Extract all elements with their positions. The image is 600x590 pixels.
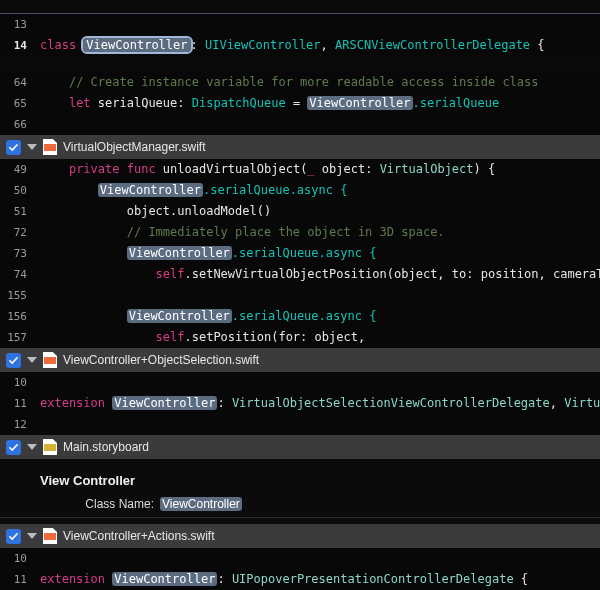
code-empty (34, 372, 600, 393)
storyboard-section-title: View Controller (0, 467, 600, 494)
code-extension: extension ViewController: UIPopoverPrese… (34, 569, 600, 590)
code-row[interactable]: 14 class ViewController: UIViewControlle… (0, 35, 600, 56)
code-call: ViewController.serialQueue.async { (34, 180, 600, 201)
line-number: 13 (0, 14, 34, 35)
checkbox-icon[interactable] (6, 353, 21, 368)
file-name: Main.storyboard (63, 440, 149, 454)
code-row[interactable]: 11 extension ViewController: UIPopoverPr… (0, 569, 600, 590)
line-number: 10 (0, 548, 34, 569)
line-number: 49 (0, 159, 34, 180)
code-row[interactable]: 157 self.setPosition(for: object, (0, 327, 600, 348)
line-number: 73 (0, 243, 34, 264)
code-empty (34, 114, 600, 135)
line-number: 156 (0, 306, 34, 327)
search-match: ViewController (112, 396, 217, 410)
file-name: ViewController+Actions.swift (63, 529, 215, 543)
code-row[interactable]: 10 (0, 372, 600, 393)
code-row[interactable]: 51 object.unloadModel() (0, 201, 600, 222)
code-row[interactable]: 49 private func unloadVirtualObject(_ ob… (0, 159, 600, 180)
code-row[interactable]: 11 extension ViewController: VirtualObje… (0, 393, 600, 414)
code-row[interactable]: 10 (0, 548, 600, 569)
disclosure-triangle-icon[interactable] (27, 533, 37, 539)
code-call: ViewController.serialQueue.async { (34, 243, 600, 264)
search-match: ViewController (307, 96, 412, 110)
search-match: ViewController (98, 183, 203, 197)
storyboard-field-label: Class Name: (40, 497, 160, 511)
line-number: 12 (0, 414, 34, 435)
storyboard-field-row: Class Name: ViewController (0, 494, 600, 518)
disclosure-triangle-icon[interactable] (27, 357, 37, 363)
swift-file-icon (43, 528, 57, 544)
search-match: ViewController (127, 309, 232, 323)
code-row[interactable]: 50 ViewController.serialQueue.async { (0, 180, 600, 201)
line-number: 66 (0, 114, 34, 135)
line-number: 157 (0, 327, 34, 348)
search-match: ViewController (112, 572, 217, 586)
checkbox-icon[interactable] (6, 529, 21, 544)
code-row[interactable]: 155 (0, 285, 600, 306)
search-match: ViewController (127, 246, 232, 260)
search-match: ViewController (160, 497, 242, 511)
code-row[interactable]: 66 (0, 114, 600, 135)
file-header[interactable]: ViewController+Actions.swift (0, 524, 600, 548)
checkbox-icon[interactable] (6, 140, 21, 155)
line-number: 11 (0, 393, 34, 414)
code-let: let serialQueue: DispatchQueue = ViewCon… (34, 93, 600, 114)
swift-file-icon (43, 139, 57, 155)
code-comment: // Immediately place the object in 3D sp… (34, 222, 600, 243)
code-row[interactable]: 12 (0, 414, 600, 435)
code-empty (34, 548, 600, 569)
storyboard-file-icon (43, 439, 57, 455)
file-header[interactable]: Main.storyboard (0, 435, 600, 459)
code-row[interactable]: 73 ViewController.serialQueue.async { (0, 243, 600, 264)
code-row[interactable]: 72 // Immediately place the object in 3D… (0, 222, 600, 243)
gap (0, 459, 600, 467)
code-row[interactable]: 65 let serialQueue: DispatchQueue = View… (0, 93, 600, 114)
file-name: ViewController+ObjectSelection.swift (63, 353, 259, 367)
line-number: 64 (0, 72, 34, 93)
code-extension: extension ViewController: VirtualObjectS… (34, 393, 600, 414)
code-empty (34, 14, 600, 35)
disclosure-triangle-icon[interactable] (27, 144, 37, 150)
code-call: ViewController.serialQueue.async { (34, 306, 600, 327)
gap (0, 56, 600, 72)
line-number: 50 (0, 180, 34, 201)
code-row[interactable]: 74 self.setNewVirtualObjectPosition(obje… (0, 264, 600, 285)
line-number: 51 (0, 201, 34, 222)
code-line: object.unloadModel() (34, 201, 600, 222)
line-number: 74 (0, 264, 34, 285)
line-number: 72 (0, 222, 34, 243)
code-line: self.setPosition(for: object, (34, 327, 600, 348)
code-empty (34, 285, 600, 306)
line-number: 65 (0, 93, 34, 114)
file-name: VirtualObjectManager.swift (63, 140, 206, 154)
file-header[interactable]: VirtualObjectManager.swift (0, 135, 600, 159)
code-func: private func unloadVirtualObject(_ objec… (34, 159, 600, 180)
swift-file-icon (43, 352, 57, 368)
top-strip (0, 0, 600, 13)
file-header[interactable]: ViewController+ObjectSelection.swift (0, 348, 600, 372)
search-match-primary: ViewController (83, 38, 190, 52)
checkbox-icon[interactable] (6, 440, 21, 455)
line-number: 11 (0, 569, 34, 590)
disclosure-triangle-icon[interactable] (27, 444, 37, 450)
code-comment: // Create instance variable for more rea… (34, 72, 600, 93)
line-number: 14 (0, 35, 34, 56)
code-row[interactable]: 13 (0, 14, 600, 35)
code-row[interactable]: 64 // Create instance variable for more … (0, 72, 600, 93)
code-empty (34, 414, 600, 435)
line-number: 10 (0, 372, 34, 393)
code-line: self.setNewVirtualObjectPosition(object,… (34, 264, 600, 285)
line-number: 155 (0, 285, 34, 306)
code-class-decl: class ViewController: UIViewController, … (34, 35, 600, 56)
code-row[interactable]: 156 ViewController.serialQueue.async { (0, 306, 600, 327)
